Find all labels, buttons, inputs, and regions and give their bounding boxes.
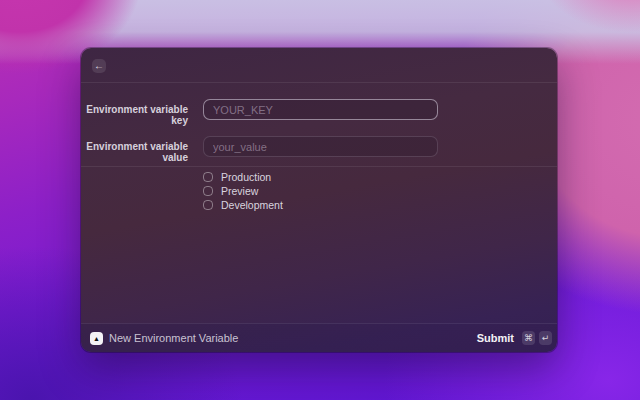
- env-key-input[interactable]: [203, 99, 438, 120]
- environment-checkbox-group: Production Preview Development: [203, 170, 283, 212]
- vercel-triangle-glyph: ▲: [93, 335, 100, 342]
- checkbox-production[interactable]: Production: [203, 170, 283, 184]
- action-bar: ▲ New Environment Variable Submit ⌘ ↵: [81, 323, 557, 352]
- submit-button[interactable]: Submit: [477, 332, 514, 344]
- back-arrow-icon: ←: [94, 61, 104, 71]
- env-key-label: Environment variable key: [81, 104, 188, 126]
- checkbox-unchecked-icon: [203, 186, 213, 196]
- desktop-wallpaper: ← Environment variable key Environment v…: [0, 0, 640, 400]
- command-title: New Environment Variable: [109, 332, 238, 344]
- vercel-icon: ▲: [90, 332, 103, 345]
- new-environment-variable-window: ← Environment variable key Environment v…: [81, 48, 557, 352]
- checkbox-development[interactable]: Development: [203, 198, 283, 212]
- env-value-label: Environment variable value: [81, 141, 188, 163]
- back-button[interactable]: ←: [92, 59, 106, 73]
- checkbox-preview[interactable]: Preview: [203, 184, 283, 198]
- action-bar-right: Submit ⌘ ↵: [477, 331, 552, 345]
- command-key-icon: ⌘: [522, 331, 535, 345]
- checkbox-unchecked-icon: [203, 200, 213, 210]
- checkbox-unchecked-icon: [203, 172, 213, 182]
- return-key-icon: ↵: [539, 331, 552, 345]
- window-header: ←: [81, 48, 557, 83]
- checkbox-preview-label: Preview: [221, 185, 258, 197]
- form-section-divider: [81, 166, 557, 167]
- env-value-input[interactable]: [203, 136, 438, 157]
- checkbox-production-label: Production: [221, 171, 271, 183]
- checkbox-development-label: Development: [221, 199, 283, 211]
